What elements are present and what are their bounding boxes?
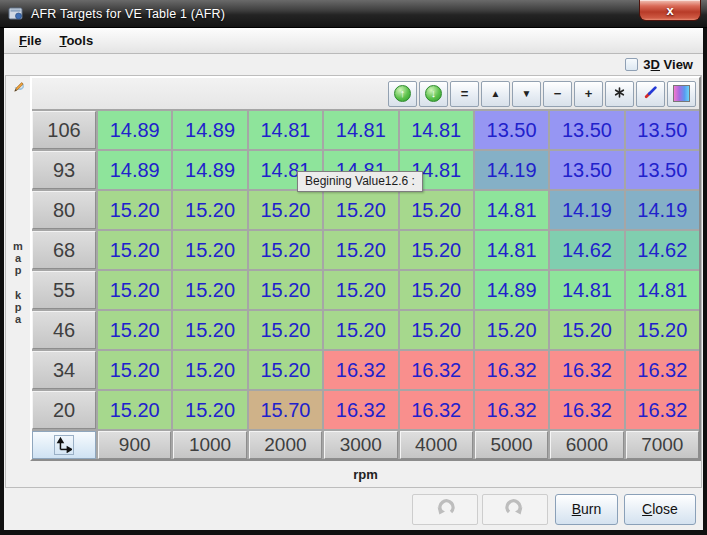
afr-cell[interactable]: 15.20 bbox=[98, 311, 171, 349]
afr-cell[interactable]: 15.20 bbox=[249, 191, 322, 229]
scale-button[interactable] bbox=[605, 81, 634, 107]
afr-cell[interactable]: 15.20 bbox=[400, 311, 473, 349]
close-icon[interactable]: x bbox=[639, 0, 701, 21]
view-3d-toggle[interactable]: 3D View bbox=[625, 57, 693, 72]
afr-cell[interactable]: 16.32 bbox=[550, 391, 623, 429]
afr-cell[interactable]: 15.20 bbox=[324, 311, 397, 349]
rpm-bin-header[interactable]: 3000 bbox=[324, 431, 397, 459]
set-equal-button[interactable]: = bbox=[450, 81, 479, 107]
afr-cell[interactable]: 15.20 bbox=[249, 311, 322, 349]
map-bin-header[interactable]: 34 bbox=[32, 351, 96, 389]
afr-cell[interactable]: 15.20 bbox=[98, 231, 171, 269]
afr-cell[interactable]: 15.20 bbox=[98, 391, 171, 429]
rpm-bin-header[interactable]: 5000 bbox=[475, 431, 548, 459]
close-button[interactable]: Close bbox=[624, 494, 696, 525]
afr-cell[interactable]: 15.20 bbox=[173, 351, 246, 389]
map-bin-header[interactable]: 80 bbox=[32, 191, 96, 229]
map-bin-header[interactable]: 20 bbox=[32, 391, 96, 429]
afr-cell[interactable]: 13.50 bbox=[626, 111, 699, 149]
titlebar[interactable]: AFR Targets for VE Table 1 (AFR) x bbox=[0, 0, 707, 28]
afr-cell[interactable]: 16.32 bbox=[324, 391, 397, 429]
triangle-down-icon: ▼ bbox=[522, 88, 532, 99]
afr-cell[interactable]: 16.32 bbox=[400, 391, 473, 429]
afr-cell[interactable]: 16.32 bbox=[475, 351, 548, 389]
afr-cell[interactable]: 16.32 bbox=[475, 391, 548, 429]
afr-cell[interactable]: 14.89 bbox=[98, 111, 171, 149]
afr-cell[interactable]: 14.89 bbox=[98, 151, 171, 189]
afr-cell[interactable]: 15.20 bbox=[98, 271, 171, 309]
rpm-bin-header[interactable]: 7000 bbox=[626, 431, 699, 459]
gradient-button[interactable] bbox=[667, 81, 696, 107]
map-bin-header[interactable]: 68 bbox=[32, 231, 96, 269]
afr-cell[interactable]: 13.50 bbox=[550, 111, 623, 149]
edit-cell-button[interactable] bbox=[636, 81, 665, 107]
afr-cell[interactable]: 15.20 bbox=[475, 311, 548, 349]
afr-cell[interactable]: 15.20 bbox=[173, 231, 246, 269]
afr-cell[interactable]: 15.20 bbox=[173, 391, 246, 429]
burn-button[interactable]: Burn bbox=[555, 494, 618, 525]
plus-button[interactable]: + bbox=[574, 81, 603, 107]
afr-cell[interactable]: 15.20 bbox=[400, 271, 473, 309]
afr-cell[interactable]: 14.81 bbox=[324, 111, 397, 149]
afr-cell[interactable]: 14.81 bbox=[550, 271, 623, 309]
afr-cell[interactable]: 15.20 bbox=[550, 311, 623, 349]
rpm-bin-header[interactable]: 1000 bbox=[173, 431, 246, 459]
minus-button[interactable]: − bbox=[543, 81, 572, 107]
view-3d-checkbox[interactable] bbox=[625, 58, 638, 71]
afr-cell[interactable]: 15.20 bbox=[400, 231, 473, 269]
afr-cell[interactable]: 14.89 bbox=[173, 111, 246, 149]
afr-cell[interactable]: 15.20 bbox=[626, 311, 699, 349]
undo-button[interactable] bbox=[412, 494, 478, 525]
afr-cell[interactable]: 13.50 bbox=[475, 111, 548, 149]
afr-cell[interactable]: 15.20 bbox=[98, 191, 171, 229]
map-bin-header[interactable]: 93 bbox=[32, 151, 96, 189]
afr-cell[interactable]: 15.20 bbox=[324, 191, 397, 229]
menu-file[interactable]: File bbox=[10, 30, 50, 51]
afr-cell[interactable]: 16.32 bbox=[626, 391, 699, 429]
afr-cell[interactable]: 14.81 bbox=[475, 231, 548, 269]
menu-tools[interactable]: Tools bbox=[50, 30, 102, 51]
afr-cell[interactable]: 15.70 bbox=[249, 391, 322, 429]
afr-cell[interactable]: 15.20 bbox=[324, 231, 397, 269]
map-bin-header[interactable]: 55 bbox=[32, 271, 96, 309]
rpm-bin-header[interactable]: 2000 bbox=[249, 431, 322, 459]
afr-cell[interactable]: 15.20 bbox=[173, 271, 246, 309]
afr-cell[interactable]: 15.20 bbox=[173, 311, 246, 349]
afr-cell[interactable]: 15.20 bbox=[173, 191, 246, 229]
afr-cell[interactable]: 14.62 bbox=[550, 231, 623, 269]
afr-cell[interactable]: 16.32 bbox=[400, 351, 473, 389]
afr-cell[interactable]: 14.89 bbox=[475, 271, 548, 309]
afr-cell[interactable]: 13.50 bbox=[550, 151, 623, 189]
rpm-bin-header[interactable]: 900 bbox=[98, 431, 171, 459]
afr-cell[interactable]: 14.81 bbox=[249, 111, 322, 149]
afr-cell[interactable]: 15.20 bbox=[249, 271, 322, 309]
map-bin-header[interactable]: 46 bbox=[32, 311, 96, 349]
map-bin-header[interactable]: 106 bbox=[32, 111, 96, 149]
afr-cell[interactable]: 14.19 bbox=[475, 151, 548, 189]
shift-up-button[interactable]: ↑ bbox=[388, 81, 417, 107]
swap-axes-button[interactable] bbox=[32, 431, 96, 459]
rpm-bin-header[interactable]: 4000 bbox=[400, 431, 473, 459]
afr-cell[interactable]: 16.32 bbox=[626, 351, 699, 389]
afr-cell[interactable]: 16.32 bbox=[324, 351, 397, 389]
afr-cell[interactable]: 15.20 bbox=[249, 351, 322, 389]
afr-cell[interactable]: 15.20 bbox=[249, 231, 322, 269]
decrement-button[interactable]: ▼ bbox=[512, 81, 541, 107]
increment-button[interactable]: ▲ bbox=[481, 81, 510, 107]
afr-cell[interactable]: 14.19 bbox=[626, 191, 699, 229]
afr-cell[interactable]: 16.32 bbox=[550, 351, 623, 389]
afr-cell[interactable]: 14.81 bbox=[475, 191, 548, 229]
redo-button[interactable] bbox=[482, 494, 548, 525]
afr-cell[interactable]: 15.20 bbox=[400, 191, 473, 229]
rpm-bin-header[interactable]: 6000 bbox=[550, 431, 623, 459]
afr-cell[interactable]: 13.50 bbox=[626, 151, 699, 189]
afr-cell[interactable]: 14.81 bbox=[626, 271, 699, 309]
shift-down-button[interactable]: ↓ bbox=[419, 81, 448, 107]
table-panel: ↑ ↓ = ▲ ▼ bbox=[30, 76, 701, 461]
afr-cell[interactable]: 14.62 bbox=[626, 231, 699, 269]
afr-cell[interactable]: 15.20 bbox=[324, 271, 397, 309]
afr-cell[interactable]: 14.89 bbox=[173, 151, 246, 189]
afr-cell[interactable]: 15.20 bbox=[98, 351, 171, 389]
afr-cell[interactable]: 14.19 bbox=[550, 191, 623, 229]
afr-cell[interactable]: 14.81 bbox=[400, 111, 473, 149]
